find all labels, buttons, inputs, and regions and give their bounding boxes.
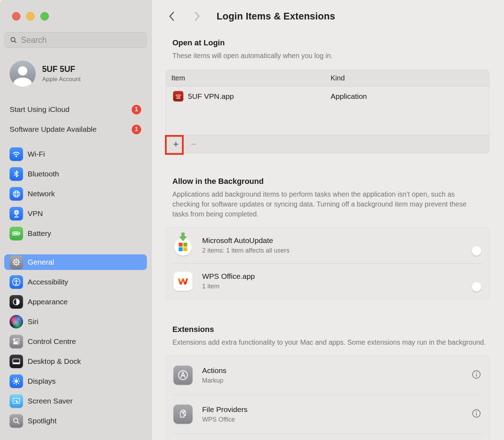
sidebar-item-desktop-dock[interactable]: Desktop & Dock — [4, 354, 147, 369]
table-footer: + − — [166, 135, 489, 153]
forward-button[interactable] — [192, 11, 202, 22]
displays-icon — [10, 374, 23, 388]
background-item-name: WPS Office.app — [202, 272, 255, 281]
background-item-row: Microsoft AutoUpdate 2 items: 1 item aff… — [166, 227, 489, 263]
info-icon — [471, 408, 482, 419]
vpn-icon — [10, 207, 23, 220]
green-download-arrow-icon — [179, 232, 187, 242]
page-title: Login Items & Extensions — [217, 11, 335, 22]
search-input[interactable]: Search — [4, 32, 147, 48]
sidebar-item-start-using-icloud[interactable]: Start Using iCloud 1 — [4, 102, 147, 117]
sidebar-item-wifi[interactable]: Wi-Fi — [4, 146, 147, 162]
microsoft-autoupdate-icon — [173, 233, 193, 256]
sidebar-nav: Wi-Fi Bluetooth Network — [0, 146, 151, 429]
gear-icon — [10, 255, 23, 269]
table-header: Item Kind — [166, 70, 489, 86]
extension-name: Actions — [202, 366, 227, 375]
extension-row: File Providers WPS Office — [166, 395, 489, 434]
column-item: Item — [166, 74, 331, 82]
sidebar-item-accessibility[interactable]: Accessibility — [4, 274, 147, 290]
actions-info-button[interactable] — [471, 369, 482, 380]
extension-name: File Providers — [202, 405, 247, 414]
control-centre-icon — [10, 335, 23, 348]
appearance-icon — [10, 295, 23, 309]
sidebar-item-general[interactable]: General — [4, 254, 147, 270]
chevron-left-icon — [168, 11, 176, 22]
file-providers-extension-icon — [173, 405, 193, 424]
siri-icon — [10, 315, 23, 328]
battery-icon — [10, 227, 23, 240]
sidebar-item-battery[interactable]: Battery — [4, 226, 147, 241]
vpn-app-icon — [173, 91, 183, 101]
main-panel: Login Items & Extensions Open at Login T… — [151, 0, 504, 440]
sidebar: Search 5UF 5UF Apple Account Start Using… — [0, 0, 151, 440]
extensions-heading: Extensions — [166, 325, 489, 334]
login-item-kind: Application — [331, 92, 367, 101]
sidebar-item-siri[interactable]: Siri — [4, 314, 147, 329]
icloud-badge: 1 — [132, 105, 141, 114]
column-kind: Kind — [331, 74, 345, 82]
sidebar-item-spotlight[interactable]: Spotlight — [4, 413, 147, 429]
background-items-card: Microsoft AutoUpdate 2 items: 1 item aff… — [166, 227, 489, 299]
account-name: 5UF 5UF — [42, 64, 81, 74]
search-placeholder: Search — [21, 35, 47, 45]
remove-login-item-button[interactable]: − — [188, 137, 199, 151]
apple-account-item[interactable]: 5UF 5UF Apple Account — [10, 61, 151, 87]
software-update-badge: 1 — [132, 125, 141, 134]
minimize-window-button[interactable] — [26, 12, 35, 21]
panel-header: Login Items & Extensions — [151, 0, 504, 22]
sidebar-item-displays[interactable]: Displays — [4, 373, 147, 389]
extension-row-partial — [166, 434, 489, 440]
sidebar-item-screen-saver[interactable]: Screen Saver — [4, 393, 147, 409]
wifi-icon — [10, 147, 23, 161]
allow-background-description: Applications add background items to per… — [166, 189, 481, 219]
extensions-card: Actions Markup — [166, 355, 489, 440]
table-body: 5UF VPN.app Application — [166, 86, 489, 135]
login-item-name: 5UF VPN.app — [188, 92, 234, 101]
chevron-right-icon — [193, 11, 201, 22]
background-item-detail: 2 items: 1 item affects all users — [202, 247, 290, 254]
sidebar-item-appearance[interactable]: Appearance — [4, 294, 147, 310]
actions-extension-icon — [173, 366, 193, 385]
add-login-item-button[interactable]: + — [170, 137, 182, 151]
background-item-detail: 1 item — [202, 283, 255, 290]
extension-detail: Markup — [202, 377, 227, 384]
spotlight-icon — [10, 414, 23, 428]
open-at-login-description: These items will open automatically when… — [166, 51, 489, 61]
background-item-name: Microsoft AutoUpdate — [202, 236, 290, 245]
extension-detail: WPS Office — [202, 416, 247, 423]
sidebar-item-vpn[interactable]: VPN — [4, 206, 147, 221]
bluetooth-icon — [10, 167, 23, 181]
window-controls — [0, 0, 151, 21]
sidebar-item-network[interactable]: Network — [4, 186, 147, 202]
avatar — [10, 61, 36, 87]
open-at-login-table: Item Kind 5UF — [166, 69, 489, 153]
info-icon — [471, 369, 482, 380]
sidebar-item-bluetooth[interactable]: Bluetooth — [4, 166, 147, 182]
screen-saver-icon — [10, 394, 23, 408]
network-icon — [10, 187, 23, 201]
account-subtitle: Apple Account — [42, 76, 81, 83]
background-item-row: WPS Office.app 1 item — [166, 263, 489, 299]
accessibility-icon — [10, 275, 23, 289]
open-at-login-heading: Open at Login — [166, 38, 489, 47]
wps-office-icon — [173, 272, 193, 291]
search-icon — [10, 36, 17, 44]
close-window-button[interactable] — [12, 12, 21, 21]
extension-row: Actions Markup — [166, 356, 489, 395]
table-row[interactable]: 5UF VPN.app Application — [166, 86, 489, 106]
desktop-dock-icon — [10, 355, 23, 368]
zoom-window-button[interactable] — [40, 12, 49, 21]
file-providers-info-button[interactable] — [471, 408, 482, 419]
extensions-description: Extensions add extra functionality to yo… — [166, 337, 489, 347]
sidebar-item-software-update[interactable]: Software Update Available 1 — [4, 122, 147, 137]
allow-background-heading: Allow in the Background — [166, 177, 489, 186]
system-settings-window: Search 5UF 5UF Apple Account Start Using… — [0, 0, 504, 440]
sidebar-item-control-centre[interactable]: Control Centre — [4, 334, 147, 349]
back-button[interactable] — [166, 11, 177, 22]
